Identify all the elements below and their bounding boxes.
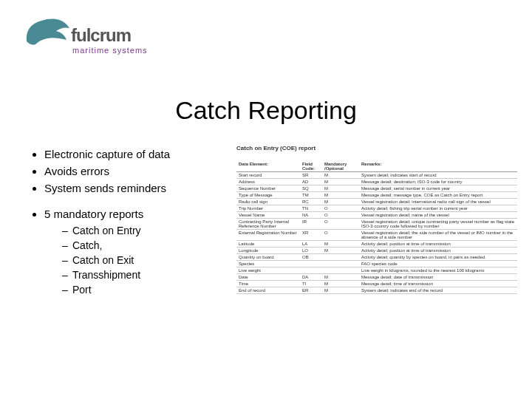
brand-name: fulcrum bbox=[71, 25, 131, 45]
cell-element: Latitude bbox=[236, 241, 300, 248]
bullet-section-label: 5 mandatory reports bbox=[44, 208, 143, 220]
page-title: Catch Reporting bbox=[0, 96, 532, 125]
slide: fulcrum maritime systems Catch Reporting… bbox=[0, 0, 532, 399]
cell-remarks: Activity detail; position at time of tra… bbox=[359, 248, 517, 254]
table-row: SpeciesFAO species code bbox=[236, 261, 517, 267]
cell-remarks: Activity detail; position at time of tra… bbox=[359, 241, 517, 248]
cell-remarks: Vessel registration detail; the side num… bbox=[359, 230, 517, 241]
cell-mandatory: M bbox=[322, 281, 359, 287]
th-element: Data Element: bbox=[236, 161, 300, 172]
cell-mandatory: O bbox=[322, 230, 359, 241]
cell-mandatory: M bbox=[322, 287, 359, 294]
cell-mandatory: M bbox=[322, 274, 359, 281]
cell-element: Trip Number bbox=[236, 205, 300, 212]
report-table: Data Element: Field Code: Mandatory /Opt… bbox=[236, 161, 517, 294]
cell-remarks: System detail; indicates start of record bbox=[359, 172, 517, 179]
cell-element: Quantity on board bbox=[236, 254, 300, 261]
cell-remarks: Vessel registration detail; unique contr… bbox=[359, 219, 517, 230]
cell-element: Type of Message bbox=[236, 192, 300, 199]
cell-element: Live weight bbox=[236, 267, 300, 274]
cell-mandatory bbox=[322, 254, 359, 261]
cell-element: External Registration Number bbox=[236, 230, 300, 241]
cell-field: RC bbox=[300, 199, 322, 205]
cell-element: Sequence Number bbox=[236, 185, 300, 192]
table-row: End of recordERMSystem detail; indicates… bbox=[236, 287, 517, 294]
cell-remarks: Message detail; time of transmission bbox=[359, 281, 517, 287]
cell-mandatory: M bbox=[322, 172, 359, 179]
cell-remarks: Vessel registration detail; name of the … bbox=[359, 212, 517, 219]
brand-logo: fulcrum maritime systems bbox=[18, 12, 158, 66]
cell-field: TN bbox=[300, 205, 322, 212]
table-row: Quantity on boardOBActivity detail; quan… bbox=[236, 254, 517, 261]
cell-mandatory: O bbox=[322, 219, 359, 230]
cell-element: Species bbox=[236, 261, 300, 267]
cell-field: TM bbox=[300, 192, 322, 199]
cell-element: End of record bbox=[236, 287, 300, 294]
cell-remarks: Activity detail; quantity by species on … bbox=[359, 254, 517, 261]
cell-field bbox=[300, 261, 322, 267]
cell-field: OB bbox=[300, 254, 322, 261]
cell-field: DA bbox=[300, 274, 322, 281]
table-row: Live weightLive weight in kilograms, rou… bbox=[236, 267, 517, 274]
table-row: Trip NumberTNOActivity detail; fishing t… bbox=[236, 205, 517, 212]
table-row: Sequence NumberSQMMessage detail; serial… bbox=[236, 185, 517, 192]
cell-mandatory: M bbox=[322, 179, 359, 185]
cell-element: Time bbox=[236, 281, 300, 287]
table-row: LatitudeLAMActivity detail; position at … bbox=[236, 241, 517, 248]
cell-mandatory bbox=[322, 267, 359, 274]
cell-remarks: Activity detail; fishing trip serial num… bbox=[359, 205, 517, 212]
sub-bullet: Transshipment bbox=[62, 269, 222, 281]
cell-remarks: Message detail; serial number in current… bbox=[359, 185, 517, 192]
th-mand: Mandatory /Optional bbox=[322, 161, 359, 172]
table-row: Radio call signRCMVessel registration de… bbox=[236, 199, 517, 205]
cell-element: Contracting Party Internal Reference Num… bbox=[236, 219, 300, 230]
table-row: Vessel NameNAOVessel registration detail… bbox=[236, 212, 517, 219]
cell-field: SR bbox=[300, 172, 322, 179]
table-row: Type of MessageTMMMessage detail; messag… bbox=[236, 192, 517, 199]
cell-mandatory: M bbox=[322, 192, 359, 199]
bullet-list: Electronic capture of data Avoids errors… bbox=[30, 148, 222, 300]
table-row: DateDAMMessage detail; date of transmiss… bbox=[236, 274, 517, 281]
brand-tagline: maritime systems bbox=[72, 46, 148, 55]
bullet-item: Electronic capture of data bbox=[44, 148, 222, 160]
table-header-row: Data Element: Field Code: Mandatory /Opt… bbox=[236, 161, 517, 172]
cell-remarks: Message detail; date of transmission bbox=[359, 274, 517, 281]
cell-remarks: FAO species code bbox=[359, 261, 517, 267]
cell-field: LA bbox=[300, 241, 322, 248]
cell-mandatory: M bbox=[322, 241, 359, 248]
cell-field: NA bbox=[300, 212, 322, 219]
cell-element: Date bbox=[236, 274, 300, 281]
cell-remarks: Vessel registration detail; internationa… bbox=[359, 199, 517, 205]
bullet-item: Avoids errors bbox=[44, 165, 222, 177]
cell-field: AD bbox=[300, 179, 322, 185]
cell-mandatory: M bbox=[322, 199, 359, 205]
sub-bullet: Catch on Entry bbox=[62, 225, 222, 236]
cell-mandatory: M bbox=[322, 248, 359, 254]
sub-bullet: Port bbox=[62, 284, 222, 296]
table-row: External Registration NumberXROVessel re… bbox=[236, 230, 517, 241]
cell-remarks: Message detail; message type, COE as Cat… bbox=[359, 192, 517, 199]
table-row: Contracting Party Internal Reference Num… bbox=[236, 219, 517, 230]
cell-remarks: System detail; indicates end of the reco… bbox=[359, 287, 517, 294]
cell-remarks: Message detail; destination; ISO-3 code … bbox=[359, 179, 517, 185]
cell-remarks: Live weight in kilograms, rounded to the… bbox=[359, 267, 517, 274]
cell-element: Start record bbox=[236, 172, 300, 179]
cell-field: TI bbox=[300, 281, 322, 287]
cell-field: ER bbox=[300, 287, 322, 294]
cell-field: IR bbox=[300, 219, 322, 230]
bullet-item: System sends reminders bbox=[44, 182, 222, 194]
cell-element: Vessel Name bbox=[236, 212, 300, 219]
th-field: Field Code: bbox=[300, 161, 322, 172]
table-row: AddressADMMessage detail; destination; I… bbox=[236, 179, 517, 185]
dolphin-icon: fulcrum maritime systems bbox=[18, 12, 158, 64]
cell-field: XR bbox=[300, 230, 322, 241]
cell-mandatory bbox=[322, 261, 359, 267]
cell-mandatory: O bbox=[322, 212, 359, 219]
cell-field bbox=[300, 267, 322, 274]
table-row: TimeTIMMessage detail; time of transmiss… bbox=[236, 281, 517, 287]
table-row: LongitudeLOMActivity detail; position at… bbox=[236, 248, 517, 254]
sub-bullet: Catch, bbox=[62, 239, 222, 251]
table-row: Start recordSRMSystem detail; indicates … bbox=[236, 172, 517, 179]
cell-mandatory: M bbox=[322, 185, 359, 192]
cell-field: LO bbox=[300, 248, 322, 254]
